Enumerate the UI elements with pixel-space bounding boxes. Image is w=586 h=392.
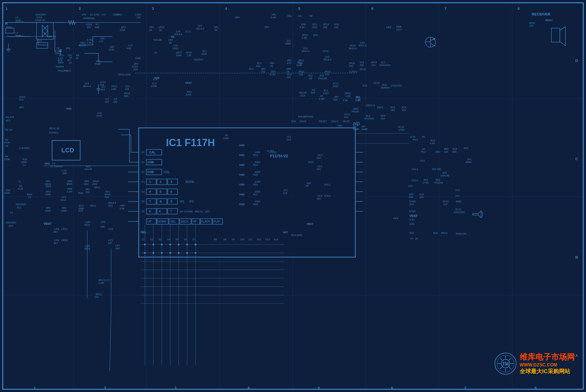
svg-text:2: 2: [79, 6, 81, 11]
svg-text:1ZD3: 1ZD3: [86, 23, 92, 26]
svg-text:1: 1: [149, 180, 151, 183]
svg-text:S3: S3: [158, 238, 161, 241]
svg-rect-152: [157, 189, 167, 194]
svg-text:PLAY: PLAY: [214, 220, 221, 223]
svg-text:104: 104: [113, 100, 117, 103]
svg-text:R: R: [5, 21, 8, 26]
svg-text:C4: C4: [312, 89, 315, 91]
svg-text:338: 338: [316, 197, 321, 200]
svg-text:8.550: 8.550: [409, 200, 416, 203]
svg-text:3.5K: 3.5K: [345, 95, 351, 98]
svg-text:DHL5: DHL5: [331, 120, 338, 123]
svg-text:D: D: [575, 58, 578, 63]
svg-text:N4148: N4148: [299, 91, 307, 94]
svg-text:10K: 10K: [323, 26, 327, 29]
svg-text:8: 8: [535, 386, 536, 390]
svg-text:5V1: 5V1: [62, 196, 66, 199]
svg-text:VIP: VIP: [179, 210, 183, 213]
svg-text:C15: C15: [62, 169, 67, 172]
svg-text:10M: 10M: [111, 88, 116, 90]
svg-text:103: 103: [316, 157, 321, 159]
svg-text:3: 3: [174, 386, 176, 390]
svg-text:3R11: 3R11: [94, 186, 100, 189]
svg-text:4K7: 4K7: [53, 230, 58, 233]
svg-text:1ZD2: 1ZD2: [135, 13, 141, 16]
svg-text:VA: VA: [410, 237, 413, 240]
svg-text:2R16: 2R16: [349, 62, 355, 65]
svg-rect-168: [157, 209, 167, 214]
svg-text:C0: C0: [141, 151, 145, 154]
svg-text:M2: M2: [362, 125, 365, 128]
svg-point-247: [178, 244, 179, 245]
svg-text:3.3K: 3.3K: [343, 99, 348, 102]
svg-text:4: 4: [149, 190, 151, 193]
svg-text:1K: 1K: [69, 61, 72, 64]
svg-text:3R4: 3R4: [423, 178, 428, 181]
svg-text:471: 471: [284, 189, 288, 192]
svg-text:S4: S4: [167, 238, 170, 241]
svg-text:104: 104: [125, 88, 129, 90]
svg-text:6: 6: [170, 190, 172, 193]
svg-rect-547: [551, 28, 560, 42]
svg-text:1R4: 1R4: [168, 38, 173, 41]
svg-text:LQ0: LQ0: [85, 221, 90, 223]
svg-text:2P9: 2P9: [301, 23, 306, 26]
svg-text:R1: R1: [225, 134, 228, 137]
svg-text:1K: 1K: [149, 29, 152, 31]
svg-text:100K: 100K: [45, 193, 51, 196]
svg-text:1R10 220K: 1R10 220K: [118, 73, 131, 76]
svg-text:2R15: 2R15: [350, 44, 356, 47]
svg-text:N4148: N4148: [84, 168, 92, 171]
svg-text:220: 220: [529, 24, 534, 27]
svg-text:7: 7: [444, 6, 446, 11]
svg-text:5: 5: [298, 6, 300, 11]
svg-text:RESET: RESET: [319, 120, 327, 123]
svg-text:5V2: 5V2: [105, 190, 110, 193]
svg-text:S9: S9: [232, 238, 235, 241]
svg-text:1V7: 1V7: [198, 24, 202, 27]
svg-text:1K: 1K: [214, 29, 217, 31]
svg-text:1R3: 1R3: [121, 26, 126, 29]
svg-text:2C4: 2C4: [287, 73, 292, 76]
svg-text:SET: SET: [205, 210, 210, 213]
svg-text:C1: C1: [141, 161, 145, 164]
svg-text:32.768KHz: 32.768KHz: [50, 165, 63, 168]
svg-text:R20: R20: [23, 158, 27, 161]
svg-text:1N4004: 1N4004: [381, 86, 390, 89]
svg-text:2R7: 2R7: [264, 26, 269, 29]
svg-text:4733: 4733: [323, 50, 329, 53]
svg-text:100U/16V: 100U/16V: [454, 211, 465, 214]
svg-text:1R9: 1R9: [66, 47, 70, 50]
svg-text:6.2K: 6.2K: [270, 73, 275, 76]
svg-text:IN4004: IN4004: [56, 65, 64, 68]
svg-text:2R2: 2R2: [261, 67, 266, 70]
svg-text:R15: R15: [253, 173, 258, 176]
svg-text:T2: T2: [10, 211, 13, 214]
svg-text:9014: 9014: [60, 199, 66, 201]
svg-text:RECEIVER: RECEIVER: [532, 12, 551, 16]
svg-text:DEL: DEL: [170, 220, 176, 223]
svg-text:R12: R12: [430, 139, 435, 142]
svg-text:1C11: 1C11: [185, 30, 191, 33]
svg-text:1uF: 1uF: [108, 242, 112, 244]
svg-text:5R10: 5R10: [93, 180, 99, 183]
svg-text:IC1 F117H: IC1 F117H: [166, 137, 215, 148]
svg-text:3: 3: [152, 6, 154, 11]
svg-text:1K: 1K: [169, 41, 172, 44]
svg-text:1K: 1K: [286, 70, 289, 73]
svg-text:4.7K: 4.7K: [410, 135, 416, 138]
svg-point-251: [152, 252, 154, 254]
svg-text:#: #: [159, 210, 161, 213]
svg-text:8: 8: [160, 200, 161, 203]
svg-text:3R6: 3R6: [338, 124, 342, 127]
svg-text:5R14: 5R14: [441, 232, 447, 234]
svg-text:2C3: 2C3: [312, 23, 317, 26]
svg-text:103: 103: [344, 116, 348, 119]
svg-text:1R18: 1R18: [186, 51, 192, 54]
svg-text:OPT: OPT: [283, 231, 288, 234]
svg-text:103: 103: [286, 76, 291, 79]
svg-text:A42: A42: [127, 47, 131, 50]
svg-point-253: [169, 252, 171, 254]
svg-text:RE-G-39: RE-G-39: [49, 127, 59, 130]
svg-text:C6: C6: [141, 210, 145, 213]
